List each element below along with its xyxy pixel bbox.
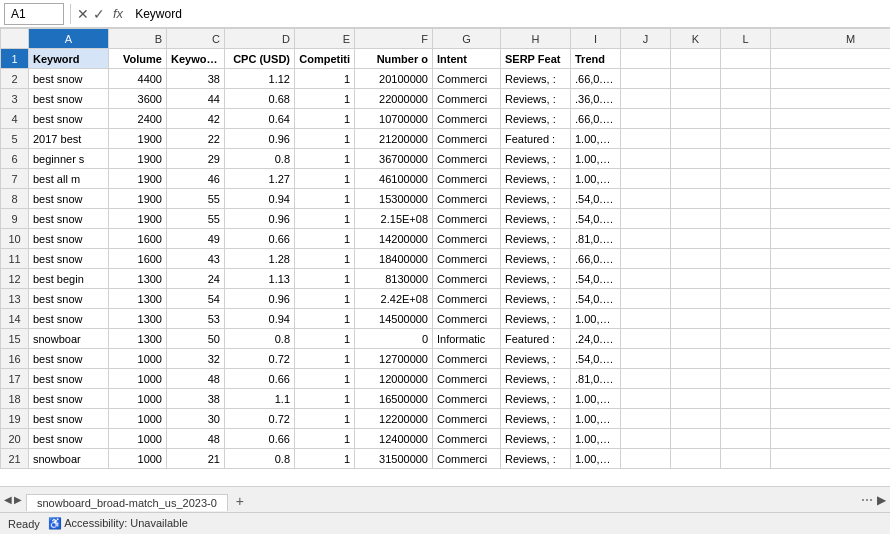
confirm-formula-icon[interactable]: ✓ xyxy=(93,6,105,22)
cell-extra-14-2[interactable] xyxy=(721,309,771,329)
cell-extra-9-2[interactable] xyxy=(721,209,771,229)
col-header-f[interactable]: F xyxy=(355,29,433,49)
cell-f13[interactable]: 2.42E+08 xyxy=(355,289,433,309)
cell-extra-9-1[interactable] xyxy=(671,209,721,229)
cell-a21[interactable]: snowboar xyxy=(29,449,109,469)
cell-i9[interactable]: .54,0.54,0.16,0.10,0.07,0.04,0.08,0.12,0… xyxy=(571,209,621,229)
cell-f6[interactable]: 36700000 xyxy=(355,149,433,169)
cell-f15[interactable]: 0 xyxy=(355,329,433,349)
cell-e2[interactable]: 1 xyxy=(295,69,355,89)
cell-extra-17-0[interactable] xyxy=(621,369,671,389)
sheet-scroll-right-icon[interactable]: ▶ xyxy=(877,493,886,507)
cell-extra-20-2[interactable] xyxy=(721,429,771,449)
cell-i12[interactable]: .54,0.43,0.19,0.08,0.03,0.00,0.07,0.05,0… xyxy=(571,269,621,289)
cell-extra-16-0[interactable] xyxy=(621,349,671,369)
cell-d11[interactable]: 1.28 xyxy=(225,249,295,269)
cell-e20[interactable]: 1 xyxy=(295,429,355,449)
cell-extra-2-3[interactable] xyxy=(771,69,891,89)
cell-d7[interactable]: 1.27 xyxy=(225,169,295,189)
cell-extra-6-3[interactable] xyxy=(771,149,891,169)
cell-extra-7-3[interactable] xyxy=(771,169,891,189)
cell-extra-13-2[interactable] xyxy=(721,289,771,309)
cell-c16[interactable]: 32 xyxy=(167,349,225,369)
cell-e11[interactable]: 1 xyxy=(295,249,355,269)
cell-f5[interactable]: 21200000 xyxy=(355,129,433,149)
col-header-b[interactable]: B xyxy=(109,29,167,49)
cell-extra-16-2[interactable] xyxy=(721,349,771,369)
cell-a19[interactable]: best snow xyxy=(29,409,109,429)
cell-c10[interactable]: 49 xyxy=(167,229,225,249)
cell-extra-20-3[interactable] xyxy=(771,429,891,449)
cell-extra-8-1[interactable] xyxy=(671,189,721,209)
cell-b11[interactable]: 1600 xyxy=(109,249,167,269)
cell-extra-17-3[interactable] xyxy=(771,369,891,389)
cell-extra-5-2[interactable] xyxy=(721,129,771,149)
cell-d3[interactable]: 0.68 xyxy=(225,89,295,109)
cell-i18[interactable]: 1.00,0.65,0.24,0.13,0.08,0.08,0.11,0.13,… xyxy=(571,389,621,409)
cell-e17[interactable]: 1 xyxy=(295,369,355,389)
cell-h15[interactable]: Featured : xyxy=(501,329,571,349)
cell-d5[interactable]: 0.96 xyxy=(225,129,295,149)
cell-a5[interactable]: 2017 best xyxy=(29,129,109,149)
cell-extra-21-1[interactable] xyxy=(671,449,721,469)
cell-b15[interactable]: 1300 xyxy=(109,329,167,349)
cell-i7[interactable]: 1.00,0.66,0.35,0.10,0.05,0.05,0.05,0.18,… xyxy=(571,169,621,189)
cell-b18[interactable]: 1000 xyxy=(109,389,167,409)
cell-a9[interactable]: best snow xyxy=(29,209,109,229)
cell-b21[interactable]: 1000 xyxy=(109,449,167,469)
cell-e7[interactable]: 1 xyxy=(295,169,355,189)
cell-c7[interactable]: 46 xyxy=(167,169,225,189)
cell-b1[interactable]: Volume xyxy=(109,49,167,69)
cell-e10[interactable]: 1 xyxy=(295,229,355,249)
cell-i6[interactable]: 1.00,0.81,0.10,0.03,0.02,0.02,0.02,0.10,… xyxy=(571,149,621,169)
cell-c19[interactable]: 30 xyxy=(167,409,225,429)
cell-b19[interactable]: 1000 xyxy=(109,409,167,429)
cell-extra-12-3[interactable] xyxy=(771,269,891,289)
cell-g6[interactable]: Commerci xyxy=(433,149,501,169)
cell-extra-10-2[interactable] xyxy=(721,229,771,249)
cell-g5[interactable]: Commerci xyxy=(433,129,501,149)
cell-d20[interactable]: 0.66 xyxy=(225,429,295,449)
cell-c5[interactable]: 22 xyxy=(167,129,225,149)
cell-g7[interactable]: Commerci xyxy=(433,169,501,189)
cell-extra-10-0[interactable] xyxy=(621,229,671,249)
formula-input[interactable] xyxy=(131,6,886,22)
cell-extra-18-3[interactable] xyxy=(771,389,891,409)
cell-e18[interactable]: 1 xyxy=(295,389,355,409)
cell-e1[interactable]: Competiti xyxy=(295,49,355,69)
cell-i14[interactable]: 1.00,0.65,0.22,0.02,0.02,0.02,0.02,0.02,… xyxy=(571,309,621,329)
cell-h18[interactable]: Reviews, : xyxy=(501,389,571,409)
cell-extra-15-3[interactable] xyxy=(771,329,891,349)
cell-b9[interactable]: 1900 xyxy=(109,209,167,229)
cell-g19[interactable]: Commerci xyxy=(433,409,501,429)
cell-extra-2-2[interactable] xyxy=(721,69,771,89)
cell-c21[interactable]: 21 xyxy=(167,449,225,469)
cell-g3[interactable]: Commerci xyxy=(433,89,501,109)
cell-e12[interactable]: 1 xyxy=(295,269,355,289)
cell-g16[interactable]: Commerci xyxy=(433,349,501,369)
cell-c14[interactable]: 53 xyxy=(167,309,225,329)
cell-h5[interactable]: Featured : xyxy=(501,129,571,149)
cell-c17[interactable]: 48 xyxy=(167,369,225,389)
cell-extra-2-1[interactable] xyxy=(671,69,721,89)
cell-h3[interactable]: Reviews, : xyxy=(501,89,571,109)
cell-extra-15-1[interactable] xyxy=(671,329,721,349)
cell-h16[interactable]: Reviews, : xyxy=(501,349,571,369)
cell-f3[interactable]: 22000000 xyxy=(355,89,433,109)
cell-a2[interactable]: best snow xyxy=(29,69,109,89)
cell-a13[interactable]: best snow xyxy=(29,289,109,309)
cell-b4[interactable]: 2400 xyxy=(109,109,167,129)
cell-extra-7-2[interactable] xyxy=(721,169,771,189)
col-header-i[interactable]: I xyxy=(571,29,621,49)
cell-extra-18-1[interactable] xyxy=(671,389,721,409)
cell-f1[interactable]: Number o xyxy=(355,49,433,69)
cell-extra-3-0[interactable] xyxy=(621,89,671,109)
cell-extra-18-0[interactable] xyxy=(621,389,671,409)
cell-c13[interactable]: 54 xyxy=(167,289,225,309)
cell-extra-19-2[interactable] xyxy=(721,409,771,429)
next-sheet-arrow[interactable]: ▶ xyxy=(14,494,22,505)
cell-f11[interactable]: 18400000 xyxy=(355,249,433,269)
cell-b13[interactable]: 1300 xyxy=(109,289,167,309)
cell-g2[interactable]: Commerci xyxy=(433,69,501,89)
cell-extra-14-0[interactable] xyxy=(621,309,671,329)
